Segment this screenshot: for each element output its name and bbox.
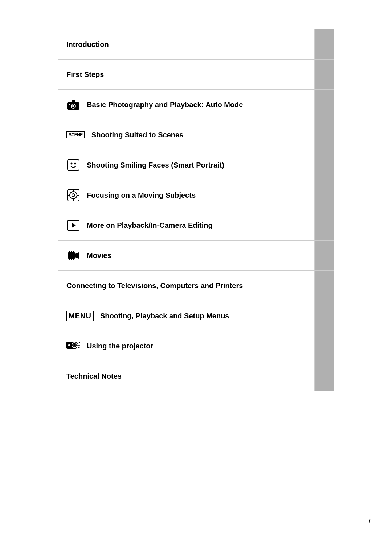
toc-item-technical-notes: Technical Notes (58, 361, 315, 391)
svg-rect-1 (72, 100, 75, 103)
toc-row[interactable]: Technical Notes (58, 361, 334, 391)
svg-point-29 (74, 344, 75, 346)
svg-marker-17 (72, 223, 76, 228)
svg-marker-19 (75, 252, 79, 259)
toc-tab (315, 210, 334, 240)
toc-row[interactable]: MENU Shooting, Playback and Setup Menus (58, 301, 334, 331)
toc-row[interactable]: SCENE Shooting Suited to Scenes (58, 120, 334, 150)
toc-label: Introduction (66, 40, 109, 49)
toc-item-shooting-scenes: SCENE Shooting Suited to Scenes (58, 120, 315, 150)
svg-point-8 (74, 163, 76, 165)
svg-point-11 (72, 194, 75, 197)
toc-label: Focusing on a Moving Subjects (87, 190, 196, 200)
scene-box: SCENE (66, 131, 85, 138)
toc-label: Movies (87, 251, 111, 260)
toc-row[interactable]: Using the projector (58, 331, 334, 361)
toc-tab (315, 60, 334, 89)
svg-point-10 (70, 192, 77, 199)
toc-row[interactable]: Shooting Smiling Faces (Smart Portrait) (58, 150, 334, 180)
toc-row[interactable]: Introduction (58, 29, 334, 59)
toc-tab (315, 331, 334, 361)
toc-label: Basic Photography and Playback: Auto Mod… (87, 100, 243, 109)
svg-rect-22 (73, 251, 74, 253)
toc-item-connecting: Connecting to Televisions, Computers and… (58, 271, 315, 301)
toc-item-menus: MENU Shooting, Playback and Setup Menus (58, 301, 315, 331)
svg-rect-18 (68, 252, 75, 259)
toc-item-movies: Movies (58, 241, 315, 270)
toc-row[interactable]: Basic Photography and Playback: Auto Mod… (58, 89, 334, 120)
toc-tab (315, 361, 334, 391)
svg-rect-25 (73, 258, 74, 260)
scene-icon: SCENE (66, 131, 85, 138)
play-icon (66, 220, 80, 231)
target-icon (66, 189, 80, 201)
toc-item-first-steps: First Steps (58, 60, 315, 89)
toc-row[interactable]: More on Playback/In-Camera Editing (58, 210, 334, 240)
toc-item-focusing: Focusing on a Moving Subjects (58, 180, 315, 210)
toc-label: Using the projector (87, 341, 153, 351)
toc-item-introduction: Introduction (58, 29, 315, 59)
svg-rect-20 (69, 251, 70, 253)
toc-table: Introduction First Steps (58, 29, 334, 391)
toc-row[interactable]: Movies (58, 240, 334, 270)
toc-item-shooting-smiling: Shooting Smiling Faces (Smart Portrait) (58, 150, 315, 180)
svg-point-4 (72, 105, 74, 107)
page-number: i (369, 518, 370, 525)
toc-tab (315, 271, 334, 301)
toc-item-projector: Using the projector (58, 331, 315, 361)
toc-row[interactable]: Connecting to Televisions, Computers and… (58, 270, 334, 301)
camera-icon (66, 100, 80, 110)
svg-line-30 (77, 342, 80, 344)
toc-tab (315, 241, 334, 270)
toc-label: First Steps (66, 70, 104, 79)
page-container: Introduction First Steps (0, 0, 392, 540)
svg-rect-5 (69, 104, 70, 105)
svg-point-33 (68, 344, 70, 346)
svg-rect-6 (68, 159, 79, 171)
toc-label: More on Playback/In-Camera Editing (87, 221, 213, 230)
toc-tab (315, 120, 334, 150)
svg-rect-21 (71, 251, 72, 253)
svg-point-7 (71, 163, 73, 165)
toc-row[interactable]: First Steps (58, 59, 334, 89)
toc-tab (315, 301, 334, 331)
toc-tab (315, 180, 334, 210)
toc-label: Technical Notes (66, 371, 122, 381)
menu-icon: MENU (66, 311, 94, 321)
toc-item-playback: More on Playback/In-Camera Editing (58, 210, 315, 240)
toc-tab (315, 29, 334, 59)
menu-text: MENU (66, 311, 94, 321)
svg-line-32 (77, 347, 80, 348)
toc-item-basic-photography: Basic Photography and Playback: Auto Mod… (58, 90, 315, 120)
svg-rect-24 (71, 258, 72, 260)
toc-label: Shooting Suited to Scenes (91, 130, 183, 140)
svg-rect-23 (69, 258, 70, 260)
projector-icon (66, 340, 80, 352)
toc-label: Shooting Smiling Faces (Smart Portrait) (87, 160, 224, 170)
toc-label: Connecting to Televisions, Computers and… (66, 281, 243, 290)
toc-row[interactable]: Focusing on a Moving Subjects (58, 180, 334, 210)
movie-icon (66, 250, 80, 261)
toc-tab (315, 90, 334, 120)
toc-label: Shooting, Playback and Setup Menus (100, 311, 229, 321)
toc-tab (315, 150, 334, 180)
smile-icon (66, 159, 80, 171)
